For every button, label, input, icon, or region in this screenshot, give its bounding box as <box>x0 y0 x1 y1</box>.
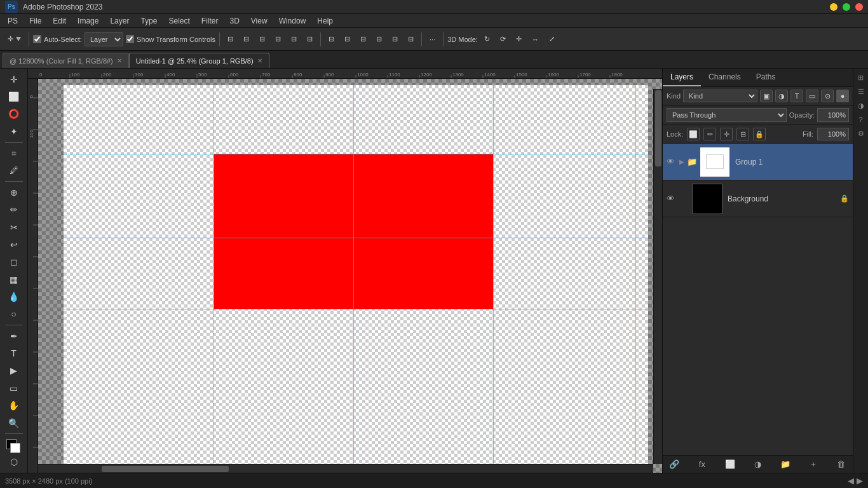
settings-icon[interactable]: ⚙ <box>855 127 867 140</box>
layers-icon[interactable]: ☰ <box>855 85 867 98</box>
menu-ps[interactable]: PS <box>3 15 23 27</box>
menu-3d[interactable]: 3D <box>224 15 244 27</box>
prev-page-button[interactable]: ◀ <box>848 476 854 485</box>
brush-tool[interactable]: ✏ <box>4 201 24 217</box>
quick-mask-button[interactable]: ⬡ <box>4 454 24 470</box>
3d-rotate-button[interactable]: ↻ <box>480 31 494 48</box>
move-tool-options[interactable]: ✛ <box>4 31 25 48</box>
menu-image[interactable]: Image <box>72 15 104 27</box>
eyedropper-tool[interactable]: 🖉 <box>4 163 24 179</box>
layer-visibility-group1[interactable]: 👁 <box>667 157 677 166</box>
menu-select[interactable]: Select <box>163 15 194 27</box>
menu-window[interactable]: Window <box>274 15 311 27</box>
dist-left-button[interactable]: ⊟ <box>325 31 338 48</box>
more-options-button[interactable]: ··· <box>426 31 439 48</box>
fill-input[interactable] <box>817 128 849 140</box>
dist-bottom-button[interactable]: ⊟ <box>404 31 417 48</box>
dodge-tool[interactable]: ○ <box>4 306 24 322</box>
layer-item-group1[interactable]: 👁 ▶ 📁 Group 1 <box>663 144 853 180</box>
add-adjustment-button[interactable]: ◑ <box>751 458 764 471</box>
lock-artboards-button[interactable]: ⊟ <box>736 128 749 140</box>
title-bar-controls[interactable] <box>830 3 863 11</box>
magic-wand-tool[interactable]: ✦ <box>4 123 24 139</box>
menu-filter[interactable]: Filter <box>196 15 224 27</box>
filter-type-icon[interactable]: T <box>790 90 803 102</box>
adjustments-icon[interactable]: ◑ <box>855 99 867 112</box>
color-swatches[interactable] <box>4 437 24 452</box>
next-page-button[interactable]: ▶ <box>857 476 863 485</box>
rect-select-tool[interactable]: ⬜ <box>4 88 24 104</box>
3d-pan-button[interactable]: ✛ <box>512 31 526 48</box>
layer-visibility-background[interactable]: 👁 <box>667 194 677 203</box>
new-layer-button[interactable]: + <box>807 458 820 471</box>
auto-select-dropdown[interactable]: Layer Group <box>85 32 123 46</box>
filter-select[interactable]: Kind Name Effect Mode Attribute Color Sm… <box>683 90 757 102</box>
dist-right-button[interactable]: ⊟ <box>356 31 370 48</box>
lock-transparent-button[interactable]: ⬜ <box>687 128 700 140</box>
canvas-wrapper[interactable] <box>38 79 662 473</box>
path-select-tool[interactable]: ▶ <box>4 363 24 379</box>
filter-smart-icon[interactable]: ⊙ <box>821 90 834 102</box>
lock-image-button[interactable]: ✏ <box>703 128 716 140</box>
tab-channels[interactable]: Channels <box>701 69 749 86</box>
delete-layer-button[interactable]: 🗑 <box>835 458 848 471</box>
dist-h-button[interactable]: ⊟ <box>341 31 354 48</box>
history-brush-tool[interactable]: ↩ <box>4 236 24 252</box>
menu-edit[interactable]: Edit <box>48 15 71 27</box>
lock-all-button[interactable]: 🔒 <box>753 128 766 140</box>
horizontal-scrollbar[interactable] <box>38 464 653 473</box>
tab-untitled-close[interactable]: ✕ <box>257 57 262 64</box>
new-group-button[interactable]: 📁 <box>779 458 792 471</box>
menu-help[interactable]: Help <box>312 15 338 27</box>
3d-roll-button[interactable]: ⟳ <box>496 31 510 48</box>
clone-stamp-tool[interactable]: ✂ <box>4 219 24 235</box>
learn-icon[interactable]: ? <box>855 113 867 126</box>
tab-color-fill-close[interactable]: ✕ <box>117 57 122 64</box>
align-bottom-button[interactable]: ⊟ <box>303 31 316 48</box>
vertical-scrollbar[interactable] <box>653 89 662 464</box>
align-left-button[interactable]: ⊟ <box>224 31 237 48</box>
opacity-input[interactable] <box>817 108 849 122</box>
zoom-tool[interactable]: 🔍 <box>4 415 24 431</box>
layer-expand-group1[interactable]: ▶ <box>679 158 684 165</box>
properties-icon[interactable]: ⊞ <box>855 71 867 84</box>
layer-item-background[interactable]: 👁 Background 🔒 <box>663 180 853 217</box>
add-style-button[interactable]: fx <box>696 458 709 471</box>
crop-tool[interactable]: ⌗ <box>4 145 24 161</box>
gradient-tool[interactable]: ▦ <box>4 271 24 287</box>
3d-slide-button[interactable]: ↔ <box>528 31 543 48</box>
minimize-button[interactable] <box>830 3 837 11</box>
tab-layers[interactable]: Layers <box>663 69 701 86</box>
align-right-button[interactable]: ⊟ <box>255 31 269 48</box>
dist-v-button[interactable]: ⊟ <box>388 31 402 48</box>
show-transform-checkbox[interactable] <box>126 35 134 43</box>
filter-toggle[interactable]: ● <box>836 90 849 102</box>
menu-view[interactable]: View <box>246 15 273 27</box>
shape-tool[interactable]: ▭ <box>4 380 24 396</box>
menu-type[interactable]: Type <box>135 15 162 27</box>
align-top-button[interactable]: ⊟ <box>271 31 285 48</box>
align-center-h-button[interactable]: ⊟ <box>240 31 253 48</box>
move-tool[interactable]: ✛ <box>4 71 24 87</box>
filter-adjustment-icon[interactable]: ◑ <box>775 90 788 102</box>
pen-tool[interactable]: ✒ <box>4 328 24 344</box>
filter-shape-icon[interactable]: ▭ <box>806 90 818 102</box>
lasso-tool[interactable]: ⭕ <box>4 106 24 122</box>
menu-layer[interactable]: Layer <box>105 15 134 27</box>
healing-brush-tool[interactable]: ⊕ <box>4 184 24 200</box>
tab-color-fill[interactable]: @ 12800% (Color Fill 1, RGB/8#) ✕ <box>3 53 129 68</box>
auto-select-checkbox[interactable] <box>33 35 41 43</box>
3d-scale-button[interactable]: ⤢ <box>545 31 559 48</box>
tab-untitled[interactable]: Untitled-1 @ 25.4% (Group 1, RGB/8) ✕ <box>129 53 269 68</box>
blend-mode-select[interactable]: Pass Through Normal Dissolve Multiply Sc… <box>667 108 787 122</box>
lock-position-button[interactable]: ✛ <box>720 128 733 140</box>
blur-tool[interactable]: 💧 <box>4 288 24 304</box>
link-layers-button[interactable]: 🔗 <box>668 458 681 471</box>
dist-top-button[interactable]: ⊟ <box>372 31 386 48</box>
filter-pixel-icon[interactable]: ▣ <box>760 90 773 102</box>
add-mask-button[interactable]: ⬜ <box>724 458 736 471</box>
tab-paths[interactable]: Paths <box>749 69 783 86</box>
hand-tool[interactable]: ✋ <box>4 397 24 413</box>
eraser-tool[interactable]: ◻ <box>4 254 24 270</box>
type-tool[interactable]: T <box>4 345 24 361</box>
